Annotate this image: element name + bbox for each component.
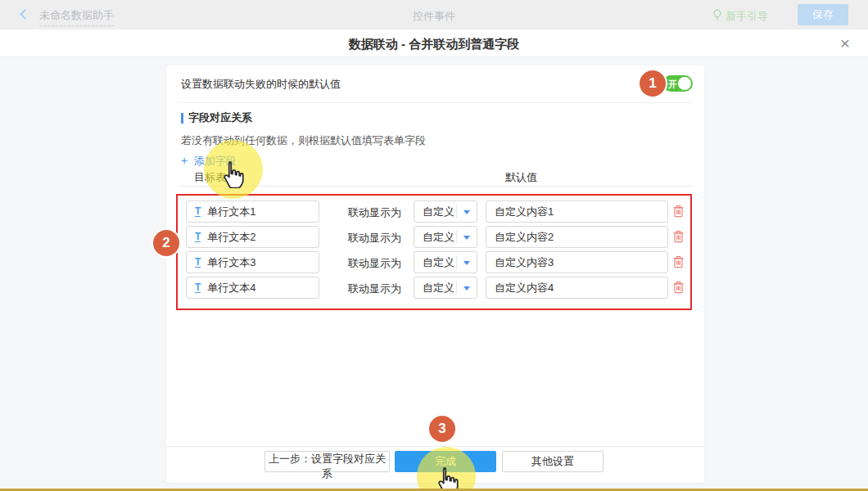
delete-row-button[interactable] [671,205,685,218]
chevron-down-icon [463,236,470,240]
value-mode-select[interactable]: 自定义 [414,226,477,248]
other-settings-button[interactable]: 其他设置 [502,451,604,472]
mapping-row: T 单行文本1 联动显示为 自定义 [166,200,704,223]
default-setting-label: 设置数据联动失败的时候的默认值 [181,77,341,92]
mapping-row: T 单行文本3 联动显示为 自定义 [166,251,704,273]
column-header-default-value: 默认值 [505,170,537,185]
select-divider [456,205,457,218]
delete-row-button[interactable] [671,255,685,269]
mapping-row: T 单行文本2 联动显示为 自定义 [166,226,704,248]
section-accent-bar [181,113,183,124]
default-value-input[interactable] [486,277,668,299]
beginner-guide-link[interactable]: 新手引导 [712,9,768,24]
text-field-icon: T [195,257,201,268]
target-field-selector[interactable]: T 单行文本1 [186,200,319,223]
trash-icon [672,259,685,271]
section-title-text: 字段对应关系 [188,110,252,125]
select-divider [456,255,457,269]
mode-selected-value: 自定义 [423,205,454,219]
target-field-label: 单行文本4 [207,281,255,295]
mode-selected-value: 自定义 [423,281,454,295]
text-field-icon: T [195,282,201,293]
relation-label: 联动显示为 [348,282,401,296]
add-field-link[interactable]: + 添加字段 [181,154,237,169]
settings-card: 设置数据联动失败的时候的默认值 开 1 字段对应关系 若没有联动到任何数据，则根… [166,65,704,483]
modal-header: 数据联动 - 合并联动到普通字段 × [0,29,868,57]
default-value-toggle[interactable]: 开 [662,75,693,92]
select-divider [456,281,457,295]
previous-step-button[interactable]: 上一步：设置字段对应关系 [264,451,390,472]
select-divider [456,230,457,244]
value-mode-select[interactable]: 自定义 [414,277,477,299]
default-value-input[interactable] [486,200,668,223]
chevron-down-icon [463,286,470,291]
trash-icon [672,233,685,246]
target-field-label: 单行文本1 [207,205,255,219]
default-value-input[interactable] [486,226,668,248]
header-divider [178,186,693,187]
modal-title: 数据联动 - 合并联动到普通字段 [0,37,868,52]
save-button[interactable]: 保存 [798,4,848,25]
toggle-on-label: 开 [668,79,677,91]
chevron-down-icon [463,210,470,214]
guide-step-badge-3: 3 [429,416,455,442]
text-field-icon: T [195,206,201,217]
guide-label: 新手引导 [726,9,768,24]
relation-label: 联动显示为 [348,205,401,220]
toggle-knob [678,77,691,90]
guide-bulb-icon [712,9,722,24]
text-field-icon: T [195,232,201,242]
target-field-selector[interactable]: T 单行文本4 [186,277,319,299]
done-button[interactable]: 完成 [395,451,496,472]
value-mode-select[interactable]: 自定义 [414,200,477,223]
guide-step-badge-1: 1 [640,70,666,97]
relation-label: 联动显示为 [348,231,401,246]
add-field-label: 添加字段 [194,155,237,167]
target-field-label: 单行文本3 [207,255,255,270]
target-field-selector[interactable]: T 单行文本3 [186,251,319,273]
section-divider [178,102,693,103]
mode-selected-value: 自定义 [423,230,454,245]
value-mode-select[interactable]: 自定义 [414,251,477,273]
modal-body: 设置数据联动失败的时候的默认值 开 1 字段对应关系 若没有联动到任何数据，则根… [0,57,868,491]
default-value-input[interactable] [486,251,668,273]
plus-icon: + [181,154,188,167]
target-field-label: 单行文本2 [207,230,255,245]
field-mapping-section-title: 字段对应关系 [181,110,252,125]
target-field-selector[interactable]: T 单行文本2 [186,226,319,248]
footer-divider [166,446,704,447]
guide-step-badge-2: 2 [153,230,179,256]
mapping-row: T 单行文本4 联动显示为 自定义 [166,277,704,299]
close-icon[interactable]: × [840,33,850,54]
chevron-down-icon [463,261,470,265]
field-mapping-description: 若没有联动到任何数据，则根据默认值填写表单字段 [181,133,426,148]
top-bar: 未命名数据助手 控件事件 新手引导 保存 [0,0,868,29]
mode-selected-value: 自定义 [423,255,454,270]
delete-row-button[interactable] [671,281,685,295]
trash-icon [672,284,685,296]
column-header-target-form: 目标表单 [194,170,237,185]
relation-label: 联动显示为 [348,256,401,271]
delete-row-button[interactable] [671,230,685,244]
guide-highlight-add-field [204,140,263,199]
trash-icon [672,208,685,220]
